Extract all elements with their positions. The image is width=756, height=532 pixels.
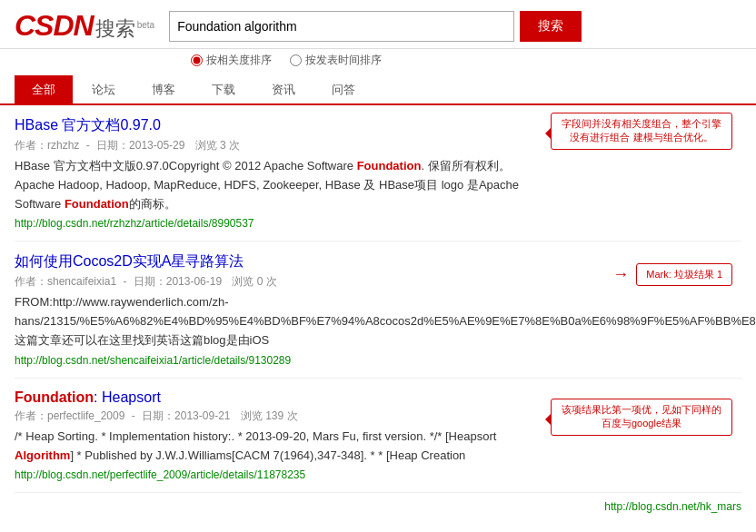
result-1-meta: 作者：rzhzhz - 日期：2013-05-29 浏览 3 次 (15, 138, 542, 153)
result-1-author[interactable]: rzhzhz (47, 139, 79, 152)
result-2-title[interactable]: 如何使用Cocos2D实现A星寻路算法 (15, 253, 244, 269)
result-item: 该项结果比第一项优，见如下同样的百度与google结果 Foundation: … (15, 379, 741, 494)
logo-search-text: 搜索 (95, 15, 135, 43)
search-button[interactable]: 搜索 (520, 11, 582, 42)
result-3-annotation: 该项结果比第一项优，见如下同样的百度与google结果 (551, 399, 732, 436)
tab-qa[interactable]: 问答 (314, 75, 373, 103)
logo-beta-text: beta (137, 20, 154, 30)
result-3-date: 2013-09-21 (174, 409, 230, 422)
result-3-author[interactable]: perfectlife_2009 (47, 409, 124, 422)
logo-csdn-text: CSDN (15, 9, 94, 43)
sort-by-date[interactable]: 按发表时间排序 (290, 53, 382, 68)
result-2-url: http://blog.csdn.net/shencaifeixia1/arti… (15, 354, 578, 367)
result-2-date: 2013-06-19 (166, 275, 222, 288)
result-3-url: http://blog.csdn.net/perfectlife_2009/ar… (15, 468, 542, 481)
result-2-author[interactable]: shencaifeixia1 (47, 275, 116, 288)
search-input[interactable] (169, 11, 514, 42)
search-bar: 搜索 (169, 11, 582, 42)
sort-relevance-radio[interactable] (191, 54, 203, 66)
tab-news[interactable]: 资讯 (254, 75, 313, 103)
tab-forum[interactable]: 论坛 (75, 75, 133, 103)
result-2-annotation: Mark: 垃圾结果 1 (636, 263, 732, 286)
result-3-title[interactable]: Foundation: Heapsort (15, 389, 161, 405)
result-2-snippet: FROM:http://www.raywenderlich.com/zh-han… (15, 293, 578, 350)
tab-blog[interactable]: 博客 (134, 75, 193, 103)
result-3-title-highlight: Foundation (15, 389, 94, 405)
logo: CSDN 搜索 beta (15, 9, 154, 43)
result-1-annotation: 字段间并没有相关度组合，整个引擎没有进行组合 建模与组合优化。 (551, 113, 732, 150)
sort-date-label: 按发表时间排序 (305, 53, 382, 68)
result-1-title[interactable]: HBase 官方文档0.97.0 (15, 117, 161, 133)
result-3-snippet: /* Heap Sorting. * Implementation histor… (15, 428, 542, 466)
sort-relevance-label: 按相关度排序 (206, 53, 272, 68)
sort-options: 按相关度排序 按发表时间排序 (0, 49, 756, 75)
sort-date-radio[interactable] (290, 54, 302, 66)
tab-download[interactable]: 下载 (194, 75, 253, 103)
tab-all[interactable]: 全部 (15, 75, 73, 103)
sort-by-relevance[interactable]: 按相关度排序 (191, 53, 272, 68)
result-1-url: http://blog.csdn.net/rzhzhz/article/deta… (15, 217, 542, 230)
header: CSDN 搜索 beta 搜索 (0, 0, 756, 49)
result-3-meta: 作者：perfectlife_2009 - 日期：2013-09-21 浏览 1… (15, 409, 542, 424)
results-container: 字段间并没有相关度组合，整个引擎没有进行组合 建模与组合优化。 HBase 官方… (0, 105, 756, 520)
result-item: → Mark: 垃圾结果 1 如何使用Cocos2D实现A星寻路算法 作者：sh… (15, 241, 741, 378)
result-1-date: 2013-05-29 (129, 139, 184, 152)
result-1-snippet: HBase 官方文档中文版0.97.0Copyright © 2012 Apac… (15, 157, 542, 213)
result-2-meta: 作者：shencaifeixia1 - 日期：2013-06-19 浏览 0 次 (15, 274, 578, 290)
tab-bar: 全部 论坛 博客 下载 资讯 问答 (0, 75, 756, 105)
bottom-url-note: http://blog.csdn.net/hk_mars (604, 500, 741, 513)
result-item: 字段间并没有相关度组合，整个引擎没有进行组合 建模与组合优化。 HBase 官方… (15, 105, 741, 241)
